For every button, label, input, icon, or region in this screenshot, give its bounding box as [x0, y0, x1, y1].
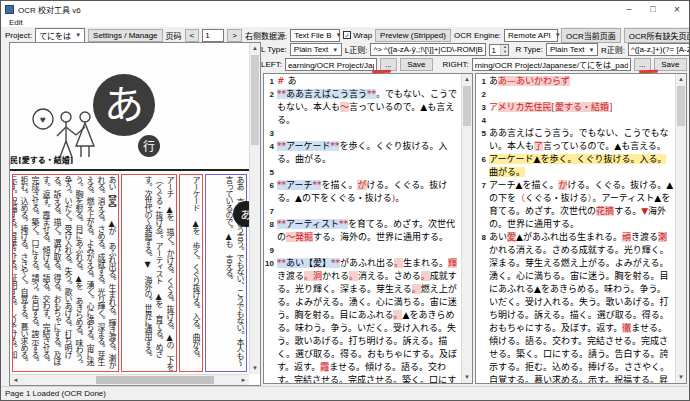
title-bar: OCR 校对工具 v6 – □ ×: [1, 1, 689, 17]
editor-line: 3アメリカ先住民[愛する・結婚]: [476, 101, 675, 114]
r-type-select[interactable]: Plain Text▼: [546, 43, 598, 56]
page-prev-button[interactable]: <: [185, 29, 200, 42]
left-text-editor[interactable]: 1# あ2**ああ言えばこう言う**。でもない、こうでもない。本人も～言っている…: [263, 73, 473, 384]
scroll-left-icon[interactable]: ◄: [10, 375, 21, 386]
page-number-input[interactable]: [202, 29, 224, 42]
right-file-path-input[interactable]: [472, 58, 631, 71]
line-text: [277, 205, 461, 218]
line-text: [277, 127, 461, 140]
line-number: 2: [264, 88, 277, 127]
editor-line: 10**あい【愛】**があふれ出る。生まれる。輝き渡る。洞かれる。消える。さめる…: [264, 257, 461, 383]
scroll-up-icon[interactable]: ▲: [250, 43, 260, 54]
project-label: Project:: [5, 31, 32, 40]
page-number-label: 页码: [166, 30, 182, 41]
line-number: 2: [476, 88, 489, 101]
line-number: 6: [264, 179, 277, 205]
scan-caption: 民[愛する・結婚]: [10, 154, 74, 165]
line-number: 5: [264, 166, 277, 179]
line-number: 3: [264, 127, 277, 140]
project-select[interactable]: てにをは▼: [35, 28, 85, 43]
r-regex-input[interactable]: [628, 43, 690, 56]
minimize-button[interactable]: –: [617, 1, 641, 17]
type-regex-row: L Type: Plain Text▼ L正则: 1▲▼ R Type: Pla…: [261, 42, 687, 57]
right-save-button[interactable]: Save: [654, 58, 687, 71]
editor-line: 6**アーチ**を描く。がける。くぐる。抜ける。▲の下をくぐる・抜ける)。: [264, 179, 461, 205]
menu-edit[interactable]: Edit: [6, 18, 26, 27]
close-button[interactable]: ×: [665, 1, 689, 17]
line-text: あい愛▲があふれ出る生まれる。頑き渡る溂かれる消える。さめる成就する。光り輝く。…: [489, 231, 675, 383]
line-number: 4: [264, 140, 277, 166]
scan-image: あ 行 ♥: [10, 43, 249, 374]
ocr-engine-select[interactable]: Remote API▼: [504, 29, 558, 42]
editor-line: 1ああ—あいかわらず: [476, 75, 675, 88]
scan-image-panel[interactable]: あ 行 ♥: [9, 42, 261, 386]
editor-line: 7: [264, 205, 461, 218]
line-text: ああ言えばこう言う。でもない、こうでもない。本人も了言っているので。▲も言える。: [489, 127, 675, 153]
l-spinner[interactable]: 1▲▼: [489, 44, 509, 56]
editor-line: 4**アーケード**を歩く。くぐり抜ける。入る。曲がる。: [264, 140, 461, 166]
l-type-select[interactable]: Plain Text▼: [290, 43, 342, 56]
image-vertical-scrollbar[interactable]: ▲ ▼: [249, 43, 260, 374]
ocr-current-page-button[interactable]: OCR当前页面: [561, 28, 621, 43]
scan-annotation-box-red: アーチ ▲を 描く。かける。くぐる。抜ける。▲の 下を（くぐる・抜ける）。アーテ…: [121, 174, 177, 372]
editor-line: 1# あ: [264, 75, 461, 88]
r-regex-label: R正则:: [601, 44, 625, 55]
line-text: **ああ言えばこう言う**。でもない、こうでもない。本人も～言っているので。▲も…: [277, 88, 461, 127]
scroll-right-icon[interactable]: ►: [238, 375, 249, 386]
line-number: 9: [264, 244, 277, 257]
scroll-up-icon[interactable]: ▲: [462, 74, 472, 85]
spinner-down-icon[interactable]: ▼: [501, 50, 508, 55]
line-number: 8: [264, 218, 277, 244]
preview-stripped-button[interactable]: Preview (Stripped): [375, 29, 451, 42]
editor-line: 6アーケード▲を歩く。くぐり抜ける。入る。曲がる。: [476, 153, 675, 179]
ocr-missing-pages-button[interactable]: OCR所有缺失页面: [624, 28, 690, 43]
scan-artwork: あ 行 ♥: [10, 43, 249, 169]
line-text: [489, 88, 675, 101]
scroll-up-icon[interactable]: ▲: [676, 74, 686, 85]
right-source-select[interactable]: Text File B▼: [290, 29, 340, 42]
editor-line: 5: [264, 166, 461, 179]
left-file-path-input[interactable]: [285, 58, 377, 71]
scroll-down-icon[interactable]: ▼: [676, 372, 686, 383]
file-path-row: LEFT: ... Save RIGHT: ... Save: [261, 57, 687, 72]
maximize-button[interactable]: □: [641, 1, 665, 17]
chevron-down-icon: ▼: [75, 32, 81, 38]
right-editor-content[interactable]: 1ああ—あいかわらず23アメリカ先住民[愛する・結婚]45ああ言えばこう言う。で…: [476, 74, 675, 383]
scan-annotation-box-red: あい【愛】 ▲が あふれ出る。生まれる。輝き渡る。溂かれる。消える。さめる。成就…: [12, 174, 119, 372]
line-number: 4: [476, 114, 489, 127]
left-editor-content[interactable]: 1# あ2**ああ言えばこう言う**。でもない、こうでもない。本人も～言っている…: [264, 74, 461, 383]
chevron-down-icon: ▼: [555, 32, 561, 38]
image-horizontal-scrollbar[interactable]: ◄ ►: [10, 374, 249, 385]
line-number: 10: [264, 257, 277, 383]
right-config-area: L Type: Plain Text▼ L正则: 1▲▼ R Type: Pla…: [261, 42, 687, 73]
menu-bar: Edit: [1, 17, 689, 28]
checkbox-check-icon: ✓: [343, 31, 351, 39]
line-text: **アーチ**を描く。がける。くぐる。抜ける。▲の下をくぐる・抜ける)。: [277, 179, 461, 205]
line-text: アーケード▲を歩く。くぐり抜ける。入る。曲がる。: [489, 153, 675, 179]
left-editor-scrollbar[interactable]: ▲ ▼: [461, 74, 472, 383]
right-editor-scrollbar[interactable]: ▲ ▼: [675, 74, 686, 383]
l-regex-input[interactable]: [370, 43, 486, 56]
r-type-label: R Type:: [515, 45, 542, 54]
line-number: 3: [476, 101, 489, 114]
scan-text-columns: ああ 言えばこう言う。でもない、こうでもない。本人も～言っているので。▲も 言え…: [12, 174, 247, 372]
page-next-button[interactable]: >: [227, 29, 242, 42]
right-text-editor[interactable]: 1ああ—あいかわらず23アメリカ先住民[愛する・結婚]45ああ言えばこう言う。で…: [475, 73, 687, 384]
editor-line: 2: [476, 88, 675, 101]
line-text: **アーティスト**を育てる。めざす。次世代の～発掘する。海外の。世界に通用する…: [277, 218, 461, 244]
left-save-button[interactable]: Save: [400, 58, 433, 71]
editor-line: 2**ああ言えばこう言う**。でもない、こうでもない。本人も～言っているので。▲…: [264, 88, 461, 127]
chevron-down-icon: ▼: [588, 47, 594, 53]
svg-text:♥: ♥: [40, 114, 46, 125]
editor-line: 3: [264, 127, 461, 140]
line-text: [277, 166, 461, 179]
settings-manage-button[interactable]: Settings / Manage: [88, 29, 162, 42]
status-bar: Page 1 Loaded (OCR Done): [1, 386, 689, 400]
wrap-checkbox[interactable]: ✓Wrap: [343, 31, 372, 40]
scroll-down-icon[interactable]: ▼: [250, 363, 260, 374]
left-file-label: LEFT:: [261, 60, 282, 69]
editor-line: 8**アーティスト**を育てる。めざす。次世代の～発掘する。海外の。世界に通用す…: [264, 218, 461, 244]
scroll-down-icon[interactable]: ▼: [462, 372, 472, 383]
line-text: # あ: [277, 75, 461, 88]
editor-line: 9: [264, 244, 461, 257]
